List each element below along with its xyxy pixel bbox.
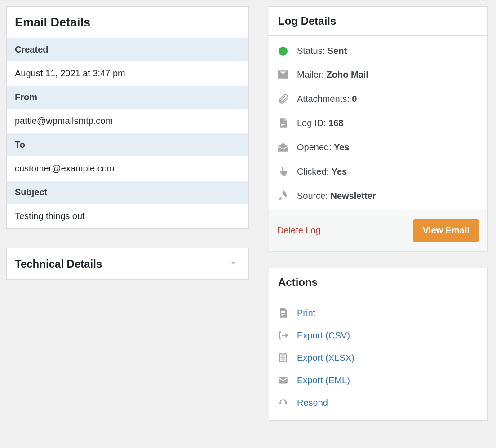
svg-rect-1 [281, 124, 285, 125]
svg-rect-13 [284, 356, 286, 358]
svg-rect-17 [280, 360, 282, 361]
log-row-opened: Opened: Yes [273, 135, 484, 159]
opened-label: Opened: [297, 142, 332, 152]
action-print[interactable]: Print [275, 302, 482, 324]
hand-pointer-icon [277, 166, 289, 177]
log-row-mailer: Mailer: Zoho Mail [273, 62, 484, 87]
svg-rect-12 [282, 356, 283, 358]
spreadsheet-icon [277, 352, 289, 364]
svg-rect-8 [280, 354, 282, 356]
log-row-status: Status: Sent [273, 40, 484, 62]
action-export-csv-label: Export (CSV) [297, 330, 350, 341]
attachments-value: 0 [352, 94, 357, 104]
action-export-csv[interactable]: Export (CSV) [275, 324, 482, 347]
log-row-source: Source: Newsletter [273, 184, 484, 208]
subject-label: Subject [7, 181, 248, 204]
mailer-label: Mailer: [297, 70, 324, 79]
action-resend[interactable]: Resend [275, 391, 482, 414]
mailer-value: Zoho Mail [327, 70, 368, 79]
subject-value: Testing things out [7, 204, 248, 228]
status-label: Status: [297, 46, 325, 56]
log-row-clicked: Clicked: Yes [273, 159, 484, 184]
refresh-icon [277, 397, 289, 408]
status-value: Sent [328, 46, 347, 56]
svg-rect-10 [284, 354, 286, 356]
action-print-label: Print [297, 308, 315, 318]
svg-rect-14 [280, 358, 282, 360]
log-row-logid: Log ID: 168 [273, 111, 484, 135]
from-value: pattie@wpmailsmtp.com [7, 109, 248, 133]
to-value: customer@example.com [7, 156, 248, 181]
log-details-panel: Log Details Status: Sent Mailer: Zoho Ma… [269, 6, 488, 251]
action-resend-label: Resend [297, 398, 328, 408]
status-dot-icon [279, 47, 288, 56]
from-label: From [7, 86, 248, 109]
source-label: Source: [297, 191, 328, 201]
created-value: August 11, 2021 at 3:47 pm [7, 61, 248, 86]
email-details-title: Email Details [7, 7, 248, 38]
svg-rect-0 [281, 123, 285, 123]
print-file-icon [277, 307, 289, 319]
technical-details-title: Technical Details [15, 258, 102, 270]
view-email-button[interactable]: View Email [413, 219, 479, 242]
technical-details-toggle[interactable]: Technical Details [7, 248, 248, 279]
mail-icon [277, 374, 289, 386]
svg-rect-19 [284, 360, 286, 361]
svg-rect-5 [281, 314, 285, 315]
plug-icon [277, 190, 289, 202]
svg-rect-11 [280, 356, 282, 358]
paperclip-icon [277, 93, 289, 105]
opened-value: Yes [334, 142, 349, 152]
svg-rect-6 [281, 315, 283, 316]
svg-rect-9 [282, 354, 283, 356]
file-icon [277, 117, 289, 129]
log-row-attachments: Attachments: 0 [273, 87, 484, 111]
action-export-xlsx-label: Export (XLSX) [297, 353, 354, 363]
clicked-label: Clicked: [297, 167, 329, 176]
envelope-icon [277, 69, 289, 80]
logid-value: 168 [328, 118, 343, 128]
source-value: Newsletter [331, 191, 376, 201]
logid-label: Log ID: [297, 118, 326, 128]
actions-title: Actions [269, 268, 487, 297]
log-details-title: Log Details [269, 7, 487, 36]
svg-rect-4 [281, 312, 285, 313]
open-envelope-icon [277, 141, 289, 153]
email-details-card: Email Details Created August 11, 2021 at… [6, 6, 249, 229]
svg-rect-3 [281, 311, 285, 312]
action-export-eml[interactable]: Export (EML) [275, 369, 482, 391]
svg-rect-18 [282, 360, 283, 361]
technical-details-card: Technical Details [6, 248, 249, 280]
actions-panel: Actions Print Export (CSV) Export (XLSX)… [269, 268, 488, 421]
chevron-down-icon [228, 257, 239, 270]
svg-rect-2 [281, 125, 283, 126]
export-arrow-icon [277, 329, 289, 341]
attachments-label: Attachments: [297, 94, 350, 104]
svg-rect-16 [284, 358, 286, 360]
svg-rect-15 [282, 358, 283, 360]
created-label: Created [7, 38, 248, 61]
action-export-xlsx[interactable]: Export (XLSX) [275, 347, 482, 369]
action-export-eml-label: Export (EML) [297, 375, 350, 386]
clicked-value: Yes [332, 167, 347, 176]
delete-log-link[interactable]: Delete Log [277, 225, 321, 236]
to-label: To [7, 133, 248, 156]
